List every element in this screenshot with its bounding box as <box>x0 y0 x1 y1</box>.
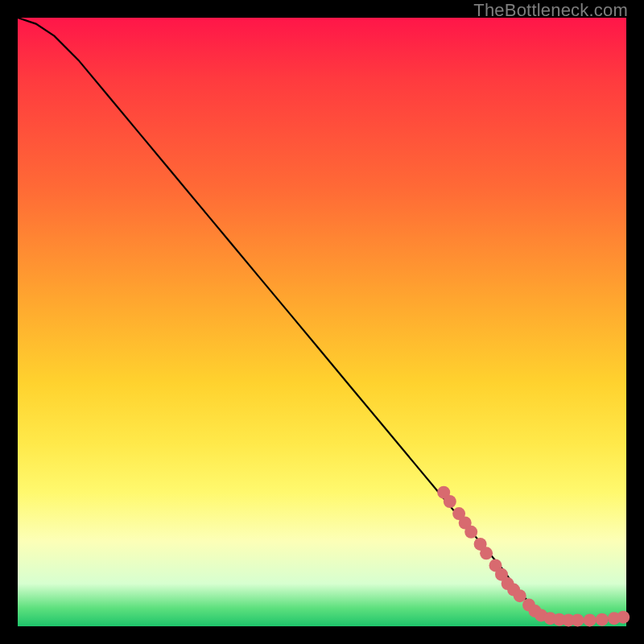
scatter-point <box>464 526 477 539</box>
bottleneck-curve <box>18 18 626 620</box>
scatter-point <box>514 589 526 602</box>
scatter-point <box>480 547 493 559</box>
scatter-point <box>617 611 630 624</box>
scatter-points <box>437 486 630 627</box>
plot-area <box>18 18 626 626</box>
scatter-point <box>584 613 597 626</box>
chart-stage: TheBottleneck.com <box>0 0 644 644</box>
scatter-point <box>596 613 609 626</box>
scatter-point <box>572 613 584 626</box>
scatter-point <box>444 495 456 508</box>
chart-svg <box>18 18 626 626</box>
